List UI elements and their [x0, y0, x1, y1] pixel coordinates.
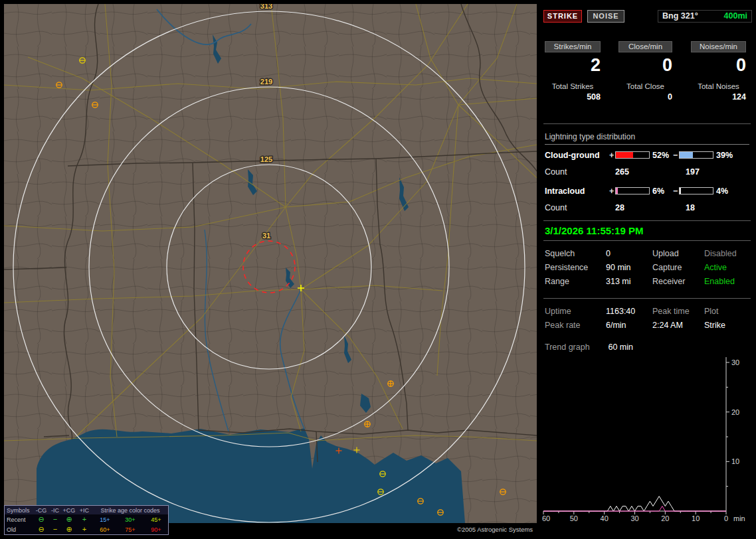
- plot-value: Strike: [704, 321, 752, 330]
- persistence-label: Persistence: [545, 263, 606, 272]
- noises-per-min-value: 0: [691, 55, 746, 76]
- separator: [543, 240, 751, 241]
- squelch-label: Squelch: [545, 249, 606, 258]
- plus-polarity-sign: +: [609, 151, 614, 160]
- circle-minus-icon: ⊖: [34, 516, 48, 523]
- capture-value: Active: [704, 263, 752, 272]
- close-per-min-badge[interactable]: Close/min: [618, 41, 672, 52]
- status-panel: STRIKE NOISE Bng 321° 400mi Strikes/min …: [542, 4, 753, 535]
- uptime-label: Uptime: [545, 307, 606, 316]
- ic-plus-count: 28: [615, 203, 624, 212]
- minus-polarity-sign: −: [673, 187, 678, 196]
- axis-tick-label: 50: [570, 514, 578, 522]
- map-canvas: 31321912531: [4, 4, 537, 523]
- plus-polarity-sign: +: [609, 187, 614, 196]
- close-counter: Close/min 0 Total Close 0: [618, 41, 672, 102]
- circle-plus-icon: ⊕: [62, 526, 76, 533]
- legend-age-header: Strike age color codes: [92, 507, 168, 514]
- peak-rate-value: 6/min: [606, 321, 652, 330]
- noises-per-min-badge[interactable]: Noises/min: [691, 41, 746, 52]
- range-ring-label: 31: [262, 232, 270, 240]
- legend-symbols-header: Symbols: [5, 507, 34, 514]
- minus-polarity-sign: −: [673, 151, 678, 160]
- range-ring-label: 219: [260, 78, 272, 86]
- trend-series-strikes: [543, 497, 726, 511]
- axis-tick-label: 40: [601, 514, 609, 522]
- cg-minus-percent: 39%: [716, 151, 733, 160]
- ic-plus-bar: [615, 187, 650, 194]
- ic-minus-count: 18: [686, 203, 695, 212]
- trend-graph-label: Trend graph: [545, 343, 606, 352]
- noises-counter: Noises/min 0 Total Noises 124: [691, 41, 746, 102]
- receiver-status-grid: Squelch 0 Upload Disabled Persistence 90…: [545, 249, 752, 286]
- legend-age-45: 45+: [143, 516, 169, 523]
- separator: [543, 220, 751, 221]
- axis-tick-label: 20: [731, 408, 739, 416]
- receiver-label: Receiver: [652, 277, 704, 286]
- total-noises-value: 124: [691, 92, 746, 102]
- total-close-label: Total Close: [618, 82, 672, 90]
- peak-time-value: 2:24 AM: [652, 321, 704, 330]
- peak-rate-label: Peak rate: [545, 321, 606, 330]
- legend-recent-label: Recent: [5, 516, 34, 523]
- plot-label: Plot: [704, 307, 752, 316]
- legend-type-neg-ic: -IC: [48, 507, 62, 514]
- circle-minus-icon: ⊖: [34, 526, 48, 533]
- minus-icon: −: [48, 526, 62, 533]
- range-value: 313 mi: [606, 277, 652, 286]
- cg-minus-count: 197: [686, 167, 700, 177]
- map-legend: Symbols -CG -IC +CG +IC Strike age color…: [4, 505, 169, 535]
- upload-value: Disabled: [704, 249, 752, 258]
- upload-label: Upload: [652, 249, 704, 258]
- circle-plus-icon: ⊕: [62, 516, 76, 523]
- intracloud-row: Intracloud + 6% − 4%: [545, 187, 752, 196]
- axis-tick-label: 30: [731, 358, 739, 366]
- count-label: Count: [545, 203, 567, 212]
- session-stats-grid: Uptime 1163:40 Peak time Plot Peak rate …: [545, 307, 752, 330]
- legend-age-75: 75+: [118, 526, 143, 533]
- strikes-per-min-badge[interactable]: Strikes/min: [545, 41, 601, 52]
- range-ring-label: 125: [260, 155, 272, 163]
- nexstorm-window: 31321912531 Symbols -CG -IC +CG +IC Stri…: [0, 0, 756, 539]
- current-datetime: 3/1/2026 11:55:19 PM: [545, 225, 643, 236]
- intracloud-label: Intracloud: [545, 187, 585, 196]
- persistence-value: 90 min: [606, 263, 652, 272]
- axis-tick-label: min: [733, 514, 745, 522]
- cloud-ground-label: Cloud-ground: [545, 151, 600, 160]
- cg-plus-bar-fill: [616, 152, 633, 158]
- axis-tick-label: 30: [630, 514, 638, 522]
- plus-icon: +: [76, 526, 92, 533]
- cloud-ground-row: Cloud-ground + 52% − 39%: [545, 151, 752, 161]
- cloud-ground-count-row: Count 265 197: [545, 167, 752, 177]
- close-per-min-value: 0: [618, 55, 672, 76]
- cg-plus-percent: 52%: [652, 151, 669, 160]
- ic-minus-bar: [679, 187, 713, 194]
- cg-minus-bar-fill: [680, 152, 693, 158]
- strike-mode-button[interactable]: STRIKE: [543, 10, 582, 23]
- legend-old-label: Old: [5, 526, 34, 533]
- cursor-range-value: 400mi: [724, 11, 747, 21]
- bearing-range-readout: Bng 321° 400mi: [658, 10, 752, 23]
- copyright-notice: ©2005 Astrogenic Systems: [452, 524, 537, 535]
- legend-type-neg-cg: -CG: [34, 507, 48, 514]
- range-ring-label: 313: [260, 4, 272, 10]
- trend-graph: 3020106050403020100min: [542, 354, 753, 534]
- noise-mode-button[interactable]: NOISE: [587, 10, 624, 23]
- ic-plus-percent: 6%: [652, 187, 664, 196]
- plus-icon: +: [76, 516, 92, 523]
- range-label: Range: [545, 277, 606, 286]
- trend-series-close: [543, 506, 726, 512]
- legend-age-60: 60+: [92, 526, 118, 533]
- total-strikes-value: 508: [545, 92, 601, 102]
- lightning-map[interactable]: 31321912531 Symbols -CG -IC +CG +IC Stri…: [4, 4, 537, 535]
- total-noises-label: Total Noises: [691, 82, 746, 90]
- intracloud-count-row: Count 28 18: [545, 203, 752, 212]
- strikes-counter: Strikes/min 2 Total Strikes 508: [545, 41, 601, 102]
- minus-icon: −: [48, 516, 62, 523]
- axis-tick-label: 20: [661, 514, 669, 522]
- axis-tick-label: 10: [692, 514, 700, 522]
- distribution-title: Lightning type distribution: [545, 132, 749, 145]
- squelch-value: 0: [606, 249, 652, 258]
- legend-type-pos-cg: +CG: [62, 507, 76, 514]
- total-close-value: 0: [618, 92, 672, 102]
